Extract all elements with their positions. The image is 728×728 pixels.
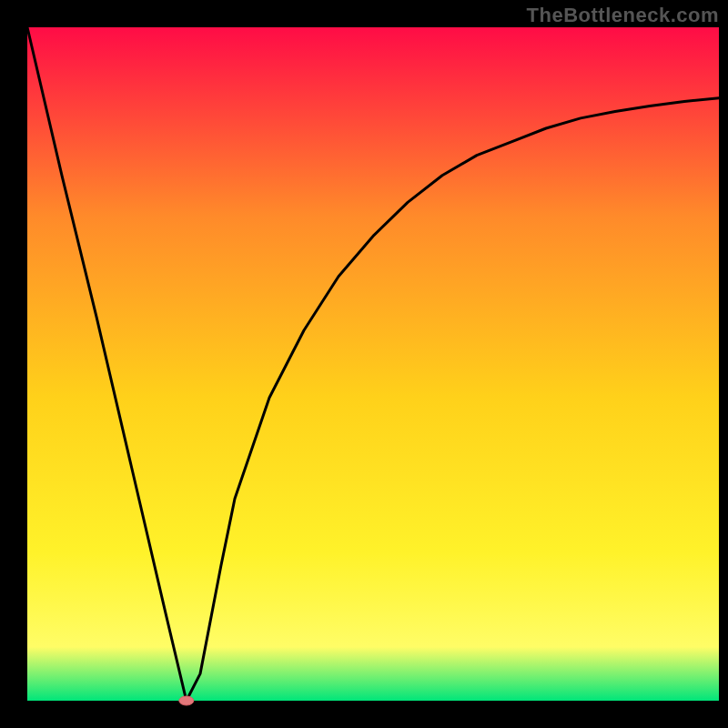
optimal-point-marker [179, 696, 194, 705]
watermark-text: TheBottleneck.com [527, 4, 719, 27]
plot-background [27, 27, 719, 701]
bottleneck-chart [0, 0, 728, 728]
chart-container: TheBottleneck.com [0, 0, 728, 728]
